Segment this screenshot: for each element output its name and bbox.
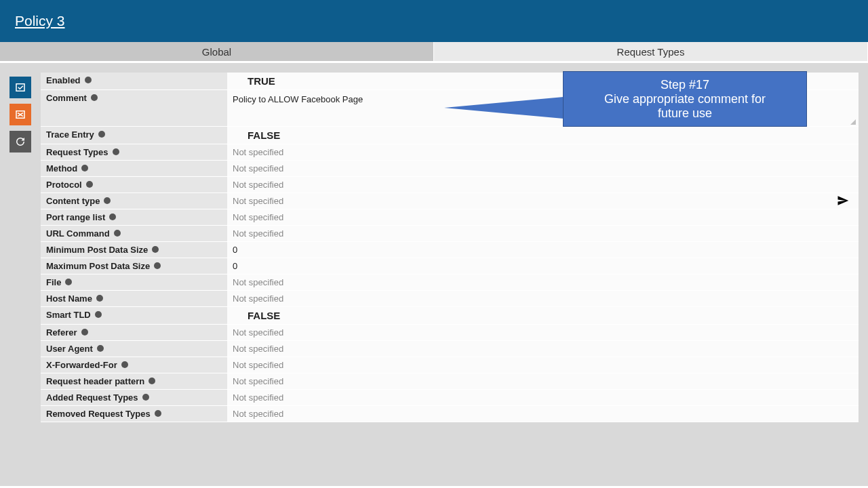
help-icon[interactable]: [149, 378, 155, 384]
value-trace-entry[interactable]: FALSE: [227, 127, 859, 144]
label-method: Method: [41, 161, 227, 176]
callout-pointer: [444, 97, 564, 119]
label-enabled: Enabled: [41, 73, 227, 89]
help-icon[interactable]: [114, 230, 121, 237]
row-file: FileNot specified: [41, 274, 859, 291]
row-x-forwarded-for: X-Forwarded-ForNot specified: [41, 357, 859, 373]
step-callout: Step #17 Give appropriate comment for fu…: [563, 71, 807, 127]
value-min-post[interactable]: 0: [227, 242, 859, 258]
help-icon[interactable]: [154, 262, 161, 269]
value-method[interactable]: Not specified: [227, 161, 859, 176]
help-icon[interactable]: [104, 197, 111, 204]
undo-icon: [14, 136, 26, 148]
help-icon[interactable]: [95, 311, 102, 318]
page-header: Policy 3: [0, 0, 868, 42]
row-referer: RefererNot specified: [41, 325, 859, 341]
row-method: MethodNot specified: [41, 161, 859, 177]
row-smart-tld: Smart TLDFALSE: [41, 307, 859, 325]
page-title: Policy 3: [15, 13, 65, 29]
value-port-range-list[interactable]: Not specified: [227, 209, 859, 225]
row-req-header-pattern: Request header patternNot specified: [41, 373, 859, 390]
undo-button[interactable]: [9, 131, 31, 152]
label-trace-entry: Trace Entry: [41, 127, 227, 144]
close-icon: [14, 108, 26, 121]
help-icon[interactable]: [65, 279, 72, 285]
help-icon[interactable]: [81, 329, 88, 336]
row-max-post: Maximum Post Data Size0: [41, 258, 859, 274]
help-icon[interactable]: [109, 214, 116, 220]
value-added-req-types[interactable]: Not specified: [227, 390, 859, 405]
value-url-command[interactable]: Not specified: [227, 226, 859, 241]
callout-line: Give appropriate comment for: [604, 92, 766, 106]
check-icon: [14, 81, 26, 94]
help-icon[interactable]: [86, 181, 93, 188]
help-icon[interactable]: [81, 165, 88, 171]
help-icon[interactable]: [85, 77, 92, 83]
row-min-post: Minimum Post Data Size0: [41, 242, 859, 258]
value-referer[interactable]: Not specified: [227, 325, 859, 340]
label-min-post: Minimum Post Data Size: [41, 242, 227, 258]
label-x-forwarded-for: X-Forwarded-For: [41, 357, 227, 373]
label-protocol: Protocol: [41, 177, 227, 192]
row-url-command: URL CommandNot specified: [41, 226, 859, 242]
row-trace-entry: Trace EntryFALSE: [41, 127, 859, 144]
confirm-button[interactable]: [9, 77, 31, 98]
label-req-header-pattern: Request header pattern: [41, 373, 227, 389]
value-req-header-pattern[interactable]: Not specified: [227, 373, 859, 389]
help-icon[interactable]: [152, 246, 159, 253]
label-referer: Referer: [41, 325, 227, 340]
callout-line: Step #17: [660, 78, 709, 92]
help-icon[interactable]: [142, 394, 149, 401]
help-icon[interactable]: [113, 148, 119, 155]
value-request-types[interactable]: Not specified: [227, 144, 859, 160]
label-removed-req-types: Removed Request Types: [41, 406, 227, 422]
row-protocol: ProtocolNot specified: [41, 177, 859, 193]
help-icon[interactable]: [97, 345, 104, 352]
row-content-type: Content typeNot specified: [41, 193, 859, 209]
label-max-post: Maximum Post Data Size: [41, 258, 227, 274]
row-removed-req-types: Removed Request TypesNot specified: [41, 406, 859, 422]
value-removed-req-types[interactable]: Not specified: [227, 406, 859, 422]
callout-line: future use: [658, 106, 712, 121]
resize-grip-icon[interactable]: [849, 118, 856, 125]
label-port-range-list: Port range list: [41, 209, 227, 225]
label-comment: Comment: [41, 90, 227, 126]
row-request-types: Request TypesNot specified: [41, 144, 859, 161]
row-host-name: Host NameNot specified: [41, 291, 859, 307]
label-request-types: Request Types: [41, 144, 227, 160]
value-protocol[interactable]: Not specified: [227, 177, 859, 192]
main-panel: EnabledTRUECommentPolicy to ALLOW Facebo…: [0, 61, 868, 486]
label-content-type: Content type: [41, 193, 227, 209]
tab-request-types[interactable]: Request Types: [434, 42, 868, 61]
row-added-req-types: Added Request TypesNot specified: [41, 390, 859, 406]
value-file[interactable]: Not specified: [227, 274, 859, 290]
help-icon[interactable]: [96, 295, 103, 302]
paper-plane-icon[interactable]: [837, 195, 849, 209]
tab-bar: Global Request Types: [0, 42, 868, 61]
label-file: File: [41, 274, 227, 290]
cancel-button[interactable]: [9, 104, 31, 125]
label-smart-tld: Smart TLD: [41, 307, 227, 324]
label-url-command: URL Command: [41, 226, 227, 241]
label-added-req-types: Added Request Types: [41, 390, 227, 405]
value-max-post[interactable]: 0: [227, 258, 859, 274]
value-x-forwarded-for[interactable]: Not specified: [227, 357, 859, 373]
value-user-agent[interactable]: Not specified: [227, 341, 859, 357]
tab-global[interactable]: Global: [0, 42, 434, 61]
value-smart-tld[interactable]: FALSE: [227, 307, 859, 324]
help-icon[interactable]: [98, 131, 105, 138]
row-user-agent: User AgentNot specified: [41, 341, 859, 357]
help-icon[interactable]: [91, 94, 98, 101]
action-rail: [0, 63, 41, 486]
label-host-name: Host Name: [41, 291, 227, 306]
value-host-name[interactable]: Not specified: [227, 291, 859, 306]
help-icon[interactable]: [121, 361, 128, 368]
label-user-agent: User Agent: [41, 341, 227, 357]
row-port-range-list: Port range listNot specified: [41, 209, 859, 226]
help-icon[interactable]: [155, 410, 161, 417]
value-content-type[interactable]: Not specified: [227, 193, 859, 209]
